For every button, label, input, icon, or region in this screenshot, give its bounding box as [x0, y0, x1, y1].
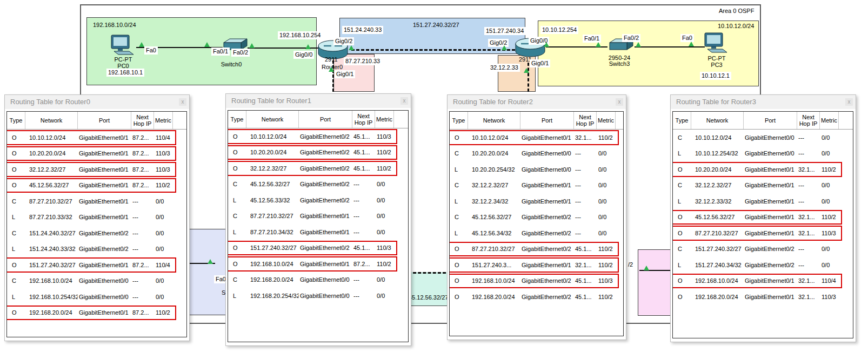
next-hop-cell: --- — [797, 198, 820, 205]
port-cell: GigabitEthernet0/1 — [744, 166, 797, 173]
metric-cell: 0/0 — [154, 198, 173, 205]
pc0-ip-label: 192.168.10.1 — [106, 69, 144, 77]
col-next-hop: Next Hop IP — [352, 111, 375, 128]
col-type: Type — [7, 112, 25, 129]
col-type: Type — [228, 111, 246, 128]
route-type-cell: L — [228, 229, 246, 235]
close-icon[interactable]: x — [179, 98, 186, 106]
next-hop-cell: --- — [574, 150, 597, 157]
network-cell: 10.20.20.0/24 — [246, 149, 299, 155]
col-next-hop: Next Hop IP — [574, 112, 597, 129]
routing-table: Type Network Port Next Hop IP Metric C 1… — [672, 111, 853, 338]
table-row: C 192.168.10.0/24 GigabitEthernet0/0 ---… — [7, 273, 186, 289]
network-cell: 192.168.20.254/32 — [246, 293, 299, 299]
metric-cell: 0/0 — [597, 214, 616, 220]
metric-cell: 110/2 — [820, 166, 839, 173]
window-title: Routing Table for Router3 — [671, 95, 856, 109]
col-port: Port — [299, 111, 352, 128]
metric-cell: 0/0 — [375, 229, 394, 235]
window-titlebar[interactable]: Routing Table for Router1 x — [226, 94, 411, 108]
metric-cell: 110/3 — [154, 166, 173, 173]
link-status-arrow — [644, 266, 649, 270]
next-hop-cell: --- — [352, 213, 375, 219]
port-cell: GigabitEthernet0/1 — [520, 134, 574, 141]
pc3-icon[interactable] — [703, 32, 729, 56]
close-icon[interactable]: x — [400, 97, 408, 105]
next-hop-cell: --- — [574, 198, 597, 205]
network-cell: 87.27.210.34/32 — [246, 229, 299, 235]
metric-cell: 110/3 — [375, 133, 394, 140]
col-metric: Metric — [597, 112, 616, 129]
close-icon[interactable]: x — [616, 98, 623, 106]
metric-cell: 0/0 — [597, 166, 616, 173]
header-filler — [616, 112, 623, 129]
route-type-cell: O — [450, 246, 468, 252]
router0-lan-port-label: Gig0/0 — [293, 51, 314, 59]
window-titlebar[interactable]: Routing Table for Router0 x — [5, 95, 189, 109]
link-router3-down — [528, 63, 529, 92]
table-row: O 151.27.240.3... GigabitEthernet0/1 32.… — [450, 257, 623, 273]
port-cell: GigabitEthernet0/0 — [299, 293, 352, 299]
port-cell: GigabitEthernet0/0 — [520, 150, 574, 157]
window-titlebar[interactable]: Routing Table for Router3 x — [671, 95, 856, 109]
port-cell: GigabitEthernet0/2 — [520, 230, 574, 236]
route-type-cell: O — [673, 230, 691, 236]
next-hop-cell: 45.1... — [574, 277, 597, 284]
link-status-arrow — [208, 259, 213, 264]
network-cell: 192.168.10.0/24 — [468, 277, 520, 284]
next-hop-cell: --- — [131, 214, 154, 220]
table-row: L 87.27.210.34/32 GigabitEthernet0/1 ---… — [228, 224, 408, 240]
route-type-cell: L — [7, 214, 25, 220]
network-cell: 32.12.2.32/27 — [246, 165, 299, 172]
yellow-gateway-ip-label: 10.10.12.254 — [540, 26, 578, 34]
route-type-cell: O — [673, 277, 691, 284]
window-title: Routing Table for Router0 — [5, 95, 189, 109]
routing-table-window-router1: Routing Table for Router1 x Type Network… — [225, 93, 411, 346]
network-cell: 10.20.20.254/32 — [468, 166, 520, 173]
metric-cell: 110/2 — [154, 182, 173, 188]
table-header: Type Network Port Next Hop IP Metric — [450, 112, 623, 130]
switch3-name-label: Switch3 — [604, 60, 635, 67]
table-row: L 151.24.240.33/32 GigabitEthernet0/2 --… — [7, 241, 186, 257]
next-hop-cell: --- — [352, 197, 375, 203]
table-row: C 87.27.210.32/27 GigabitEthernet0/1 ---… — [228, 208, 408, 225]
network-cell: 87.27.210.32/27 — [691, 230, 744, 236]
port-cell: GigabitEthernet0/1 — [299, 229, 352, 235]
route-type-cell: L — [673, 198, 691, 205]
network-cell: 87.27.210.33/32 — [25, 214, 78, 220]
window-titlebar[interactable]: Routing Table for Router2 x — [448, 95, 626, 109]
route-type-cell: L — [450, 230, 468, 236]
table-row: O 10.20.20.0/24 GigabitEthernet0/1 87.2.… — [7, 146, 186, 162]
pc0-icon[interactable] — [110, 35, 136, 58]
next-hop-cell: --- — [131, 277, 154, 284]
port-cell: GigabitEthernet0/2 — [520, 294, 574, 300]
routing-table-window-router0: Routing Table for Router0 x Type Network… — [4, 94, 190, 341]
close-icon[interactable]: x — [845, 98, 853, 106]
port-cell: GigabitEthernet0/2 — [299, 181, 352, 187]
next-hop-cell: 45.1... — [574, 294, 597, 300]
green-gateway-ip-label: 192.168.10.254 — [278, 31, 322, 39]
port-cell: GigabitEthernet0/0 — [744, 134, 797, 141]
blue-subnet-label: 151.27.240.32/27 — [413, 22, 459, 29]
table-row: C 45.12.56.32/27 GigabitEthernet0/2 --- … — [450, 209, 623, 226]
next-hop-cell: 87.2... — [131, 134, 154, 141]
metric-cell: 110/2 — [597, 134, 616, 141]
metric-cell: 110/4 — [820, 277, 839, 284]
col-type: Type — [450, 112, 468, 129]
link-status-arrow — [689, 42, 694, 46]
next-hop-cell: 87.2... — [131, 182, 154, 188]
table-row: C 10.20.20.0/24 GigabitEthernet0/0 --- 0… — [450, 146, 623, 162]
next-hop-cell: 32.1... — [797, 214, 820, 220]
table-row: O 10.10.12.0/24 GigabitEthernet0/1 87.2.… — [7, 130, 186, 146]
col-metric: Metric — [820, 112, 839, 129]
next-hop-cell: --- — [797, 262, 820, 268]
route-type-cell: L — [450, 198, 468, 205]
route-type-cell: L — [450, 166, 468, 173]
network-cell: 192.168.10.254/32 — [25, 294, 78, 300]
route-type-cell: L — [7, 294, 25, 300]
next-hop-cell: 45.1... — [574, 246, 597, 252]
metric-cell: 0/0 — [375, 293, 394, 299]
table-header: Type Network Port Next Hop IP Metric — [7, 112, 186, 130]
routing-table: Type Network Port Next Hop IP Metric O 1… — [228, 110, 409, 342]
port-cell: GigabitEthernet0/1 — [78, 166, 131, 173]
